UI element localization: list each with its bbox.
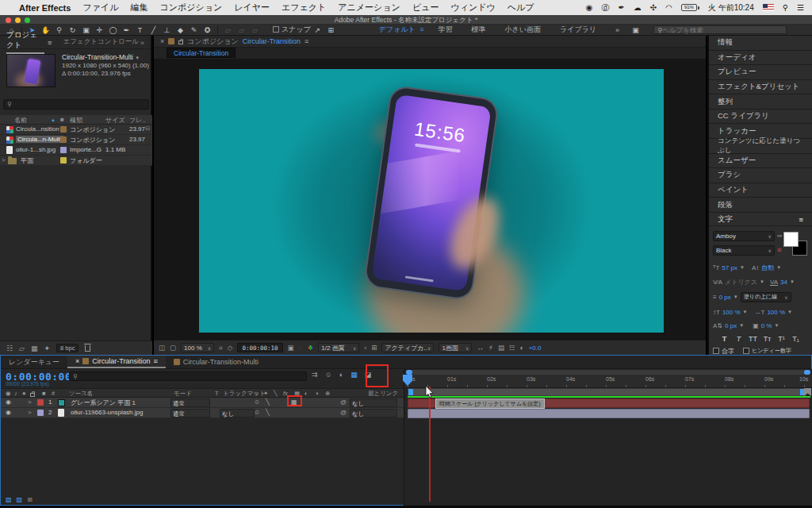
no-fill-icon[interactable]: ⊘ — [777, 247, 782, 253]
menu-window[interactable]: ウィンドウ — [450, 2, 495, 13]
snap-checkbox[interactable]: スナップ — [273, 25, 311, 35]
caret-icon[interactable]: ▼ — [774, 323, 779, 328]
expander-icon[interactable]: > — [28, 409, 32, 416]
column-type[interactable]: 種類 — [70, 116, 82, 125]
fill-stroke-swatches[interactable] — [783, 232, 807, 256]
panel-brushes[interactable]: ブラシ — [709, 168, 812, 183]
parent-dropdown[interactable]: なし∨ — [350, 409, 397, 418]
font-style-dropdown[interactable]: Black∨ — [713, 245, 775, 256]
item-name[interactable]: oliur-1...sh.jpg — [16, 146, 56, 153]
interpret-footage-icon[interactable]: ☷ — [6, 344, 13, 352]
label-color[interactable] — [60, 157, 67, 164]
timeline-button-icon[interactable]: ▤ — [498, 344, 504, 352]
flowchart-icon[interactable]: ☷ — [509, 344, 515, 352]
label-color[interactable] — [60, 137, 67, 143]
panel-effects-presets[interactable]: エフェクト&プリセット — [709, 80, 812, 95]
blend-mode-dropdown[interactable]: 通常∨ — [170, 409, 210, 418]
pen-tool-icon[interactable]: ✒ — [120, 26, 133, 34]
rotation-tool-icon[interactable]: ↻ — [66, 26, 79, 34]
composition-viewer[interactable]: 15:56 — [154, 59, 706, 340]
new-folder-icon[interactable]: ▱ — [19, 344, 25, 352]
roto-brush-tool-icon[interactable]: ✎ — [187, 26, 201, 34]
transparency-grid-icon[interactable]: ⊞ — [371, 344, 377, 352]
character-panel-title[interactable]: 文字 — [718, 214, 733, 225]
input-language-flag-icon[interactable] — [763, 4, 774, 11]
preview-timecode[interactable]: 0:00:00:10 — [237, 343, 282, 352]
exposure-icon[interactable]: ◐ — [520, 344, 524, 352]
zoom-tool-icon[interactable]: ⚲ — [52, 26, 66, 34]
resolution-dropdown[interactable]: 1/2 画質∨ — [318, 343, 359, 352]
clone-stamp-tool-icon[interactable]: ⊥ — [160, 26, 174, 34]
menu-file[interactable]: ファイル — [82, 2, 118, 13]
battery-indicator[interactable]: 91% — [681, 4, 699, 11]
timeline-search-field[interactable]: ⚲ — [69, 371, 307, 381]
workspace-libraries[interactable]: ライブラリ — [560, 25, 596, 35]
shape-tool-icon[interactable]: ◯ — [106, 26, 120, 34]
superscript-button[interactable]: T¹ — [776, 335, 787, 343]
blend-mode-dropdown[interactable]: 通常∨ — [170, 398, 210, 407]
menu-clock[interactable]: 火 午前10:24 — [708, 2, 754, 13]
pen-status-icon[interactable]: ✒ — [618, 3, 624, 12]
view-layout-dropdown[interactable]: 1画面∨ — [439, 343, 472, 352]
project-row-jpg-footage[interactable]: oliur-1...sh.jpg Importe...G 1.1 MB — [0, 145, 152, 156]
region-of-interest-icon[interactable]: ▫ — [364, 344, 366, 352]
menu-help[interactable]: ヘルプ — [508, 2, 534, 13]
panel-align[interactable]: 整列 — [709, 94, 812, 110]
d-badge-icon[interactable]: ⓓ — [601, 2, 609, 13]
project-bit-depth-button[interactable]: 8 bpc — [56, 344, 79, 352]
eye-icon[interactable]: ◉ — [6, 409, 11, 416]
panel-audio[interactable]: オーディオ — [709, 51, 812, 66]
comp-marker-button[interactable] — [804, 388, 811, 396]
timeline-track-area[interactable]: 0s 01s 02s 03s 04s 05s 06s 07s 08s 09s 1… — [404, 369, 812, 506]
mask-visibility-icon[interactable]: ◇ — [228, 344, 233, 352]
caret-icon[interactable]: ▼ — [776, 265, 781, 270]
t-column[interactable]: T — [215, 390, 219, 397]
item-name-selected[interactable]: Circula...n-Multi — [16, 136, 63, 143]
layer-2-duration-bar[interactable] — [408, 409, 810, 418]
small-caps-button[interactable]: Tᴛ — [761, 335, 773, 343]
parent-link-column[interactable]: 親とリンク — [368, 390, 398, 398]
lock-column-icon[interactable] — [30, 393, 35, 397]
project-row-solids-folder[interactable]: > 平面 フォルダー — [0, 156, 152, 166]
layer-row-2[interactable]: ◉ > 2 oliur-119663-unsplash.jpg 通常∨ なし∨ … — [1, 408, 404, 418]
spotlight-icon[interactable]: ⚲ — [783, 3, 788, 12]
caret-icon[interactable]: ▼ — [787, 310, 792, 314]
quality-switch[interactable]: ╲ — [266, 398, 270, 406]
grid-guides-icon[interactable]: ⌗ — [219, 344, 223, 352]
tab-overflow-icon[interactable]: » — [140, 38, 144, 47]
work-area-start-handle[interactable] — [408, 389, 413, 395]
quality-switch[interactable]: ╲ — [266, 409, 270, 416]
video-column-icon[interactable]: ◉ — [6, 390, 11, 397]
caret-icon[interactable]: ▼ — [790, 279, 795, 284]
panel-menu-icon[interactable]: ≡ — [304, 37, 308, 45]
sort-ascending-icon[interactable]: ▲ — [51, 117, 56, 122]
expand-time-stretch-icon[interactable]: ⊞ — [27, 496, 33, 503]
stroke-style-dropdown[interactable]: 塗りの上に線∨ — [741, 292, 791, 302]
expand-transfer-controls-icon[interactable]: ▨ — [17, 496, 23, 503]
label-color[interactable] — [60, 126, 67, 133]
workspace-overflow-icon[interactable]: » — [615, 26, 619, 34]
label-color[interactable] — [60, 147, 67, 153]
hindi-digits-checkbox[interactable] — [743, 348, 749, 354]
motion-blur-switch-icon[interactable]: ◐ — [304, 390, 308, 397]
composition-mini-flowchart-icon[interactable]: ⇉ — [312, 371, 318, 379]
mode-column[interactable]: モード — [174, 390, 192, 398]
track-matte-dropdown[interactable]: なし∨ — [220, 409, 255, 418]
layer-name[interactable]: グレー系シアン 平面 1 — [71, 398, 136, 407]
item-name[interactable]: Circula...nsition — [16, 125, 59, 133]
menu-animation[interactable]: アニメーション — [338, 2, 400, 13]
layer-label-color[interactable] — [37, 410, 44, 416]
item-name[interactable]: 平面 — [21, 156, 33, 165]
caret-icon[interactable]: ▼ — [743, 310, 748, 314]
fast-preview-icon[interactable]: ⚡ — [488, 344, 493, 352]
project-row-circular-transition[interactable]: Circula...nsition コンポジション 23.97 ☷ — [0, 125, 152, 135]
horizontal-scale-value[interactable]: 100 % — [767, 309, 785, 316]
pixel-aspect-icon[interactable]: ↔ — [477, 344, 484, 352]
parent-dropdown[interactable]: なし∨ — [350, 398, 397, 407]
pan-behind-tool-icon[interactable]: ✛ — [93, 26, 106, 34]
panel-info[interactable]: 情報 — [709, 36, 812, 51]
show-channel-icon[interactable]: ❖ — [308, 344, 314, 352]
control-center-icon[interactable]: ☰ — [797, 3, 804, 12]
menu-effect[interactable]: エフェクト — [282, 2, 326, 13]
panel-smoother[interactable]: スムーザー — [709, 154, 812, 169]
